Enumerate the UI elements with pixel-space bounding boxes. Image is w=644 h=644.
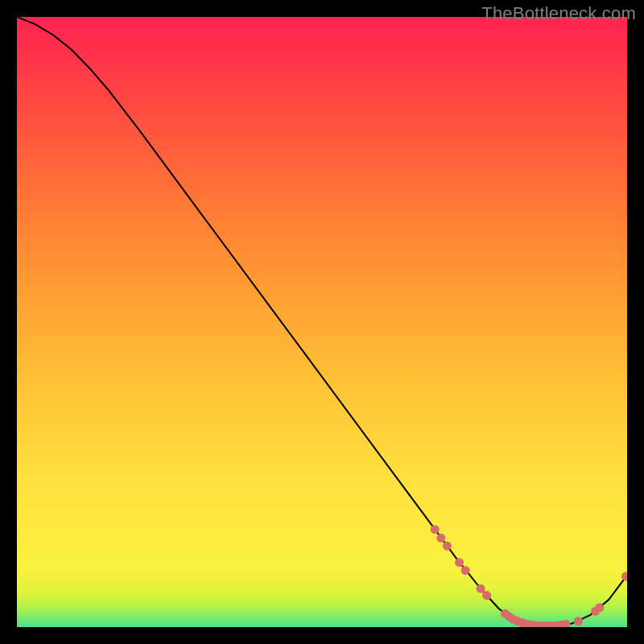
watermark-text: TheBottleneck.com	[481, 3, 636, 24]
data-marker	[482, 591, 491, 600]
chart-container: TheBottleneck.com	[0, 0, 644, 644]
data-marker	[477, 584, 485, 593]
data-marker	[443, 542, 452, 551]
data-marker	[436, 534, 445, 543]
gradient-background	[17, 17, 627, 627]
data-marker	[431, 525, 440, 534]
data-marker	[574, 617, 583, 625]
data-marker	[595, 603, 604, 612]
data-marker	[455, 558, 464, 567]
data-marker	[461, 566, 470, 575]
chart-svg	[17, 17, 627, 627]
plot-area	[17, 17, 627, 627]
